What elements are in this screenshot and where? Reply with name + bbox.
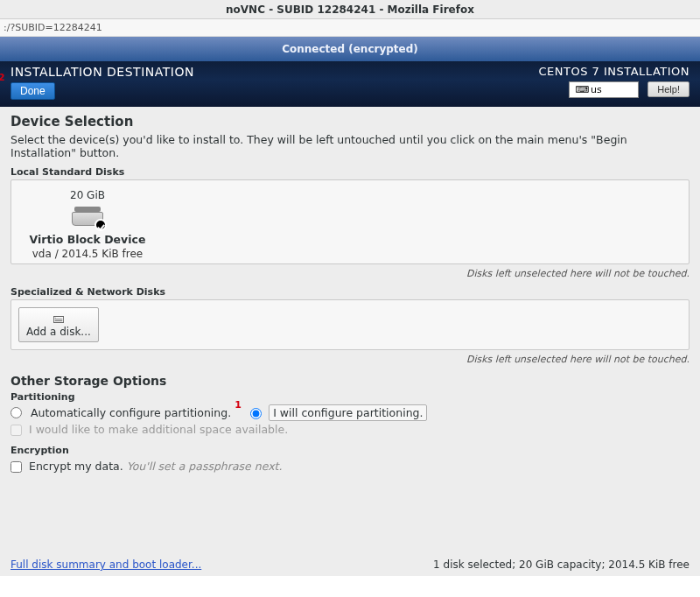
manual-partition-radio[interactable] <box>250 408 262 419</box>
encrypt-row: Encrypt my data. You'll set a passphrase… <box>10 460 690 473</box>
window-title: noVNC - SUBID 12284241 - Mozilla Firefox <box>0 0 700 19</box>
encryption-label: Encryption <box>10 445 690 456</box>
annotation-two: 2 <box>0 72 5 83</box>
auto-partition-label[interactable]: Automatically configure partitioning. <box>31 406 231 419</box>
annotation-one: 1 <box>234 399 242 411</box>
disk-summary-text: 1 disk selected; 20 GiB capacity; 2014.5… <box>433 558 690 571</box>
keyboard-icon: ⌨ <box>575 84 589 95</box>
harddrive-icon <box>72 207 103 228</box>
device-selection-heading: Device Selection <box>10 114 690 130</box>
additional-space-row: I would like to make additional space av… <box>10 423 690 436</box>
keyboard-layout-indicator[interactable]: ⌨us <box>569 81 639 98</box>
disk-detail: vda / 2014.5 KiB free <box>22 248 153 260</box>
local-disks-label: Local Standard Disks <box>10 166 690 178</box>
disk-summary-link[interactable]: Full disk summary and boot loader... <box>10 558 201 571</box>
additional-space-label: I would like to make additional space av… <box>29 423 288 436</box>
special-disks-hint: Disks left unselected here will not be t… <box>10 354 690 365</box>
disk-icon: 🖴 <box>26 312 91 324</box>
keyboard-layout-label: us <box>591 84 602 95</box>
manual-partition-label[interactable]: I will configure partitioning. <box>269 404 427 421</box>
partitioning-label: Partitioning <box>10 391 690 403</box>
encrypt-text: Encrypt my data. <box>29 460 123 473</box>
disk-name: Virtio Block Device <box>22 233 153 246</box>
help-button[interactable]: Help! <box>648 81 690 97</box>
disk-item-vda[interactable]: 20 GiB Virtio Block Device vda / 2014.5 … <box>22 189 153 260</box>
local-disks-box: 20 GiB Virtio Block Device vda / 2014.5 … <box>10 179 690 264</box>
distro-label: CENTOS 7 INSTALLATION <box>538 65 690 78</box>
partitioning-options: Automatically configure partitioning. 1 … <box>10 406 690 419</box>
done-button[interactable]: Done <box>10 82 55 100</box>
other-storage-heading: Other Storage Options <box>10 374 690 388</box>
selected-check-icon <box>94 219 107 231</box>
add-disk-button[interactable]: 🖴 Add a disk... <box>18 307 99 342</box>
installer-header: 2 INSTALLATION DESTINATION Done CENTOS 7… <box>0 61 700 107</box>
encrypt-checkbox[interactable] <box>10 461 22 473</box>
add-disk-label: Add a disk... <box>26 326 91 338</box>
special-disks-label: Specialized & Network Disks <box>10 286 690 298</box>
special-disks-box: 🖴 Add a disk... <box>10 299 690 350</box>
url-bar[interactable]: :/?SUBID=12284241 <box>0 19 700 37</box>
vnc-status: Connected (encrypted) <box>0 37 700 61</box>
main-content: Device Selection Select the device(s) yo… <box>0 107 700 576</box>
disk-size: 20 GiB <box>22 189 153 201</box>
additional-space-checkbox <box>10 425 22 436</box>
local-disks-hint: Disks left unselected here will not be t… <box>10 268 690 279</box>
footer: Full disk summary and boot loader... 1 d… <box>0 553 700 576</box>
auto-partition-radio[interactable] <box>10 407 22 418</box>
encrypt-label[interactable]: Encrypt my data. You'll set a passphrase… <box>29 460 282 473</box>
encrypt-hint: You'll set a passphrase next. <box>127 460 283 473</box>
device-selection-instruction: Select the device(s) you'd like to insta… <box>10 133 690 159</box>
